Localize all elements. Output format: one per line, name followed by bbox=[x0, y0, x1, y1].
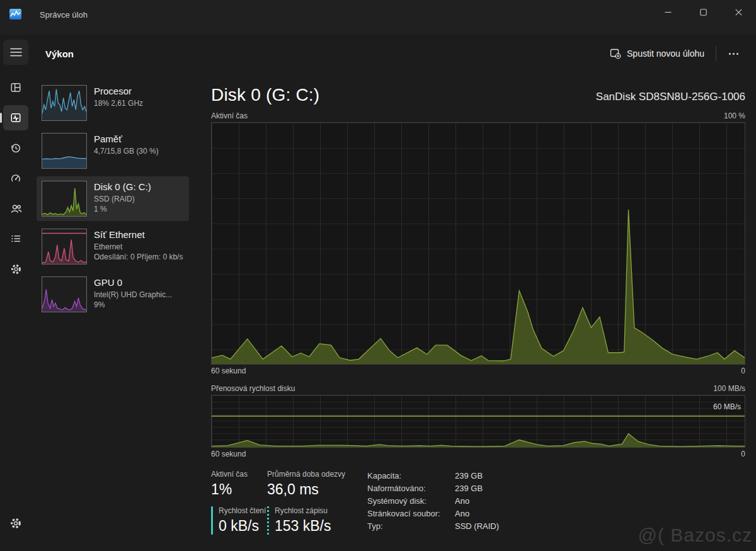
ethernet-title: Síť Ethernet bbox=[94, 229, 183, 240]
stats-row-2: Rychlost čtení 0 kB/s Rychlost zápisu 15… bbox=[211, 506, 367, 535]
prop-value: Ano bbox=[455, 496, 499, 506]
disk-model: SanDisk SD8SN8U-256G-1006 bbox=[596, 91, 745, 105]
chart1-xleft: 60 sekund bbox=[211, 366, 246, 375]
users-icon bbox=[10, 203, 22, 215]
cpu-title: Procesor bbox=[94, 86, 143, 96]
write-speed-stat: Rychlost zápisu 153 kB/s bbox=[267, 506, 367, 535]
bazos-watermark: @( Bazos.cz bbox=[638, 525, 753, 546]
minimize-icon bbox=[665, 9, 672, 16]
run-new-task-button[interactable]: Spustit novou úlohu bbox=[605, 44, 709, 63]
transfer-rate-chart: 60 MB/s bbox=[211, 395, 745, 448]
cpu-thumbnail-chart bbox=[42, 85, 87, 121]
gpu-usage: 9% bbox=[94, 300, 172, 310]
read-speed-stat: Rychlost čtení 0 kB/s bbox=[211, 506, 267, 535]
page-title: Výkon bbox=[45, 48, 74, 59]
performance-icon bbox=[10, 112, 21, 123]
prop-label: Naformátováno: bbox=[367, 484, 455, 493]
gpu-title: GPU 0 bbox=[94, 277, 172, 288]
ethernet-name: Ethernet bbox=[94, 242, 183, 252]
sidebar-item-gpu[interactable]: GPU 0 Intel(R) UHD Graphic... 9% bbox=[37, 272, 189, 317]
gpu-name: Intel(R) UHD Graphic... bbox=[94, 290, 172, 300]
active-time-value: 1% bbox=[211, 481, 248, 498]
page-header: Výkon Spustit novou úlohu bbox=[32, 35, 756, 72]
sidebar-item-details[interactable] bbox=[3, 226, 28, 251]
close-icon bbox=[735, 9, 742, 16]
chart1-title: Aktivní čas bbox=[211, 111, 248, 120]
chart1-xright: 0 bbox=[741, 366, 745, 375]
startup-apps-icon bbox=[10, 173, 21, 184]
performance-sidebar: Procesor 18% 2,61 GHz Paměť 4,7/15,8 GB … bbox=[32, 72, 211, 551]
read-speed-value: 0 kB/s bbox=[219, 518, 266, 535]
chart2-xleft: 60 sekund bbox=[211, 450, 246, 458]
disk-title: Disk 0 (G: C:) bbox=[94, 181, 151, 192]
chart2-label-row: Přenosová rychlost disku 100 MB/s bbox=[211, 384, 745, 393]
memory-thumbnail-chart bbox=[42, 133, 87, 169]
chart2-ref-label: 60 MB/s bbox=[713, 402, 741, 411]
sidebar-item-startup-apps[interactable] bbox=[3, 166, 28, 191]
prop-label: Typ: bbox=[367, 521, 455, 531]
read-speed-legend-bar bbox=[211, 506, 213, 535]
run-new-task-label: Spustit novou úlohu bbox=[627, 48, 704, 59]
menu-toggle-button[interactable] bbox=[3, 40, 28, 65]
read-speed-label: Rychlost čtení bbox=[219, 506, 266, 515]
disk-type: SSD (RAID) bbox=[94, 194, 151, 204]
sidebar-item-performance[interactable] bbox=[3, 105, 28, 130]
memory-usage: 4,7/15,8 GB (30 %) bbox=[94, 146, 159, 156]
settings-gear-icon bbox=[9, 517, 22, 530]
sidebar-item-processes[interactable] bbox=[3, 75, 28, 100]
window-title: Správce úloh bbox=[40, 10, 88, 20]
header-actions: Spustit novou úlohu bbox=[605, 44, 745, 63]
sidebar-item-services[interactable] bbox=[3, 256, 28, 281]
ellipsis-icon bbox=[733, 53, 735, 55]
window-controls bbox=[650, 0, 756, 24]
prop-value: 239 GB bbox=[455, 471, 499, 480]
disk-thumbnail-chart bbox=[42, 181, 87, 217]
settings-button[interactable] bbox=[3, 511, 28, 536]
hamburger-icon bbox=[10, 48, 22, 57]
stats-left: Aktivní čas 1% Průměrná doba odezvy 36,0… bbox=[211, 470, 367, 543]
services-icon bbox=[10, 263, 22, 275]
more-options-button[interactable] bbox=[723, 48, 745, 60]
app-history-icon bbox=[10, 142, 21, 154]
response-time-value: 36,0 ms bbox=[267, 481, 345, 498]
detail-title: Disk 0 (G: C:) bbox=[211, 85, 319, 105]
response-time-label: Průměrná doba odezvy bbox=[267, 470, 345, 479]
titlebar: Správce úloh bbox=[0, 0, 756, 35]
ethernet-thumbnail-chart bbox=[42, 229, 87, 264]
chart2-xright: 0 bbox=[741, 450, 745, 458]
sidebar-item-ethernet[interactable]: Síť Ethernet Ethernet Odesílání: 0 Příje… bbox=[37, 224, 189, 269]
stats-row-1: Aktivní čas 1% Průměrná doba odezvy 36,0… bbox=[211, 470, 367, 498]
chart2-ymax: 100 MB/s bbox=[713, 384, 745, 393]
details-icon bbox=[10, 233, 21, 244]
sidebar-item-memory[interactable]: Paměť 4,7/15,8 GB (30 %) bbox=[37, 128, 189, 173]
active-time-label: Aktivní čas bbox=[211, 470, 248, 479]
navigation-rail bbox=[0, 35, 32, 551]
disk-usage: 1 % bbox=[94, 204, 151, 214]
active-time-stat: Aktivní čas 1% bbox=[211, 470, 267, 498]
sidebar-item-app-history[interactable] bbox=[3, 135, 28, 161]
sidebar-item-cpu[interactable]: Procesor 18% 2,61 GHz bbox=[37, 81, 189, 125]
prop-value: SSD (RAID) bbox=[455, 521, 499, 531]
new-task-icon bbox=[610, 48, 621, 59]
prop-label: Systémový disk: bbox=[367, 496, 455, 506]
close-button[interactable] bbox=[721, 0, 756, 24]
ellipsis-icon bbox=[736, 53, 738, 55]
detail-header: Disk 0 (G: C:) SanDisk SD8SN8U-256G-1006 bbox=[211, 85, 745, 105]
disk-detail-pane: Disk 0 (G: C:) SanDisk SD8SN8U-256G-1006… bbox=[211, 72, 745, 551]
response-time-stat: Průměrná doba odezvy 36,0 ms bbox=[267, 470, 367, 498]
write-speed-label: Rychlost zápisu bbox=[275, 506, 331, 515]
disk-properties: Kapacita: 239 GB Naformátováno: 239 GB S… bbox=[367, 470, 499, 543]
chart2-axis-row: 60 sekund 0 bbox=[211, 450, 745, 458]
memory-title: Paměť bbox=[94, 133, 159, 144]
processes-icon bbox=[10, 82, 21, 93]
write-speed-legend-bar bbox=[267, 506, 269, 535]
prop-label: Kapacita: bbox=[367, 471, 455, 480]
maximize-button[interactable] bbox=[685, 0, 721, 24]
cpu-text: Procesor 18% 2,61 GHz bbox=[94, 85, 143, 108]
prop-value: 239 GB bbox=[455, 484, 499, 493]
sidebar-item-disk0[interactable]: Disk 0 (G: C:) SSD (RAID) 1 % bbox=[37, 176, 189, 221]
memory-text: Paměť 4,7/15,8 GB (30 %) bbox=[94, 133, 159, 156]
sidebar-item-users[interactable] bbox=[3, 196, 28, 221]
minimize-button[interactable] bbox=[650, 0, 685, 24]
gpu-thumbnail-chart bbox=[42, 276, 87, 312]
